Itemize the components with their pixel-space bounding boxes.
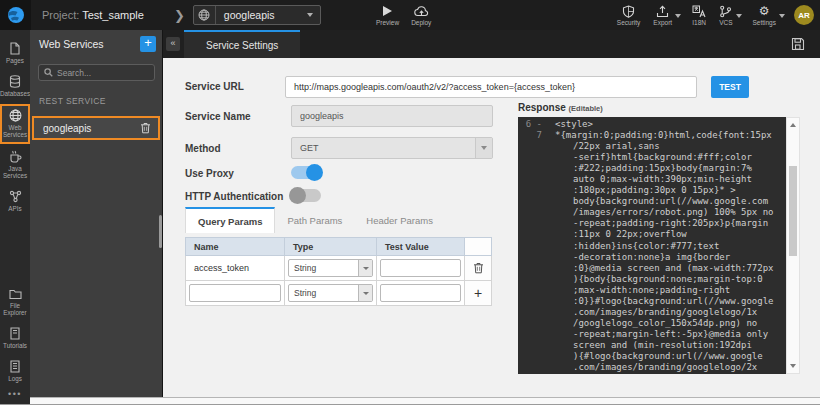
sidebar-item-pages[interactable]: Pages [0, 38, 30, 69]
chevron-down-icon[interactable] [736, 14, 742, 18]
line-number [518, 340, 548, 351]
add-service-button[interactable]: + [140, 36, 156, 52]
search-input[interactable] [57, 68, 149, 78]
panel-scrollbar-thumb[interactable] [159, 215, 162, 248]
service-url-input[interactable] [285, 76, 697, 98]
export-icon [656, 5, 669, 18]
globe-icon [194, 6, 216, 24]
deploy-button[interactable]: Deploy [409, 0, 433, 30]
code-line: :#222;padding:15px}body{margin:7% [518, 163, 786, 174]
logs-icon [9, 360, 21, 373]
code-line: -repeat;padding-right:205px}p{margin [518, 218, 786, 229]
add-row-button[interactable]: + [474, 286, 482, 300]
save-button[interactable] [791, 37, 805, 51]
wavemaker-logo-icon [7, 6, 25, 24]
param-test-value-input[interactable] [380, 259, 461, 277]
scroll-up-icon[interactable] [787, 119, 799, 131]
app-window: Project: Test_sample ❯ googleapis Previe… [0, 0, 820, 405]
export-button[interactable]: Export [651, 0, 674, 30]
chevron-down-icon [307, 13, 313, 17]
scroll-down-icon[interactable] [787, 360, 799, 372]
param-type-select[interactable]: String [288, 284, 373, 302]
editor-scrollbar-thumb[interactable] [789, 166, 797, 256]
project-name-label: Test_sample [82, 9, 144, 21]
tab-service-settings[interactable]: Service Settings [184, 30, 300, 58]
line-number [518, 274, 548, 285]
left-rail: PagesDatabasesWeb ServicesJava ServicesA… [0, 30, 30, 405]
method-select[interactable]: GET [291, 137, 493, 159]
editor-scrollbar[interactable] [786, 117, 800, 374]
delete-row-button[interactable] [473, 262, 484, 274]
deploy-label: Deploy [411, 19, 431, 26]
sidebar-item-apis[interactable]: APIs [0, 186, 30, 217]
response-code-editor[interactable]: 6 -<style>7*{margin:0;padding:0}html,cod… [518, 117, 786, 374]
rail-more-button[interactable]: ••• [8, 389, 22, 405]
chevron-down-icon [475, 138, 492, 158]
code-line: /22px arial,sans [518, 141, 786, 152]
param-test-value-input[interactable] [380, 284, 461, 302]
app-logo[interactable] [0, 0, 31, 30]
code-line: ){#logo{background:url(//www.google [518, 351, 786, 362]
code-line: ){body{background:none;margin-top:0 [518, 274, 786, 285]
line-number [518, 263, 548, 274]
sidebar-item-web-services[interactable]: Web Services [0, 104, 30, 144]
line-number: 7 [518, 130, 548, 141]
tab-header-params[interactable]: Header Params [354, 207, 445, 233]
security-button[interactable]: Security [615, 0, 642, 30]
shield-icon [622, 5, 635, 18]
panel-title: Web Services [39, 38, 140, 50]
chevron-down-icon[interactable] [779, 14, 785, 18]
method-select-value: GET [292, 143, 475, 153]
line-number [518, 296, 548, 307]
preview-button[interactable]: Preview [374, 0, 401, 30]
chevron-down-icon [358, 260, 372, 276]
branch-icon [719, 5, 732, 18]
collapse-panel-button[interactable]: « [166, 37, 180, 51]
line-number [518, 351, 548, 362]
line-number [518, 163, 548, 174]
breadcrumb-chevron-icon: ❯ [174, 8, 185, 23]
line-number [518, 229, 548, 240]
chevron-down-icon[interactable] [675, 14, 681, 18]
tab-query-params[interactable]: Query Params [185, 207, 275, 233]
line-number [518, 252, 548, 263]
delete-service-icon[interactable] [140, 122, 158, 134]
avatar[interactable]: AR [794, 5, 814, 25]
line-number [518, 318, 548, 329]
line-number [518, 329, 548, 340]
service-name-input[interactable] [291, 105, 493, 127]
line-number [518, 218, 548, 229]
vcs-tool: VCS [717, 0, 741, 30]
i18n-button[interactable]: I18N [690, 0, 708, 30]
service-item-googleapis[interactable]: googleapis [32, 116, 160, 140]
sidebar-item-databases[interactable]: Databases [0, 71, 30, 102]
code-line: /images/errors/robot.png) 100% 5px no [518, 207, 786, 218]
tab-path-params[interactable]: Path Params [275, 207, 354, 233]
topbar-center-actions: PreviewDeploy [374, 0, 433, 30]
sidebar-item-tutorials[interactable]: Tutorials [0, 323, 30, 354]
service-search[interactable] [38, 64, 155, 81]
param-name-input[interactable] [189, 284, 281, 302]
line-number [518, 174, 548, 185]
topbar-right-actions: SecurityExportI18NVCS⚙Settings AR [615, 0, 814, 30]
sidebar-item-file-explorer[interactable]: File Explorer [0, 284, 30, 321]
project-prefix-label: Project: [42, 9, 79, 21]
use-proxy-toggle[interactable] [291, 166, 321, 179]
code-line: .com/images/branding/googlelogo/2x [518, 362, 786, 373]
http-authentication-toggle[interactable] [291, 189, 321, 202]
play-icon [383, 5, 392, 18]
response-label: Response (Editable) [518, 102, 603, 113]
rail-item-label: Databases [0, 90, 30, 97]
test-button[interactable]: TEST [711, 76, 749, 98]
settings-label: Settings [753, 19, 777, 26]
settings-button[interactable]: ⚙Settings [751, 0, 779, 30]
vcs-button[interactable]: VCS [717, 0, 734, 30]
line-number [518, 141, 548, 152]
java-services-icon [9, 150, 22, 163]
service-selector-dropdown[interactable]: googleapis [193, 5, 321, 25]
param-type-select[interactable]: String [288, 259, 373, 277]
rail-item-label: Java Services [0, 165, 30, 179]
sidebar-item-logs[interactable]: Logs [0, 356, 30, 387]
sidebar-item-java-services[interactable]: Java Services [0, 146, 30, 184]
code-line: auto 0;max-width:390px;min-height [518, 174, 786, 185]
